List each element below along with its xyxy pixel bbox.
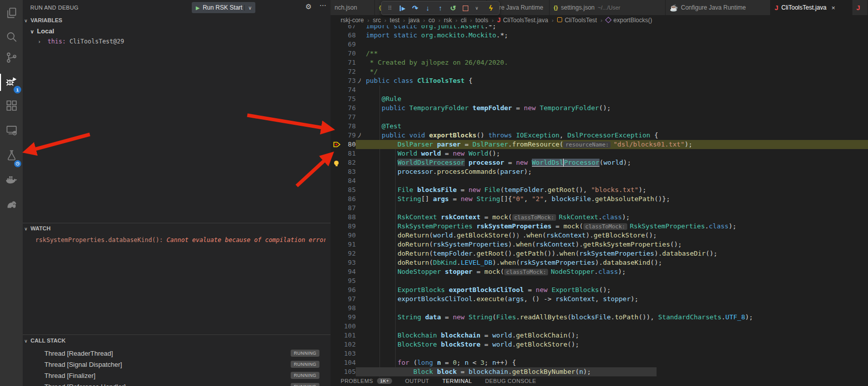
line-number[interactable]: 80 xyxy=(343,140,356,149)
line-number[interactable]: 78 xyxy=(343,122,356,131)
line-number[interactable]: 101 xyxy=(343,331,356,340)
line-number[interactable]: 105 xyxy=(343,367,356,376)
line-number[interactable]: 79 xyxy=(343,131,356,140)
fold-marker-icon[interactable]: ) xyxy=(356,131,364,140)
tab-nch-json[interactable]: nch.json xyxy=(331,0,375,15)
code-text[interactable]: String data = new String(Files.readAllBy… xyxy=(364,313,868,322)
watch-expression[interactable]: rskSystemProperties.databaseKind(): Cann… xyxy=(35,236,326,244)
code-text[interactable]: @Test xyxy=(364,122,868,131)
code-text[interactable] xyxy=(364,176,868,185)
line-number[interactable]: 97 xyxy=(343,295,356,304)
code-text[interactable]: public TemporaryFolder tempFolder = new … xyxy=(364,104,868,113)
breakpoint-margin[interactable] xyxy=(331,104,343,113)
line-number[interactable]: 70 xyxy=(343,49,356,58)
line-number[interactable]: 96 xyxy=(343,285,356,295)
call-stack-thread[interactable]: Thread [Signal Dispatcher]RUNNING xyxy=(23,359,331,370)
code-text[interactable]: NodeStopper stopper = mock(classToMock:N… xyxy=(364,267,868,276)
section-divider[interactable] xyxy=(23,223,331,223)
chevron-down-icon[interactable]: ∨ xyxy=(244,5,255,11)
breakpoint-margin[interactable] xyxy=(331,176,343,185)
step-out-button[interactable]: ↑ xyxy=(434,2,447,14)
line-number[interactable]: 104 xyxy=(343,358,356,367)
breakpoint-margin[interactable] xyxy=(331,49,343,58)
call-stack-thread[interactable]: Thread [Finalizer]RUNNING xyxy=(23,370,331,381)
line-number[interactable]: 91 xyxy=(343,240,356,249)
activity-item-search[interactable] xyxy=(0,27,23,49)
breakpoint-margin[interactable] xyxy=(331,304,343,313)
line-number[interactable]: 77 xyxy=(343,113,356,122)
activity-item-source-control[interactable] xyxy=(0,48,23,69)
code-text[interactable]: RskContext rskContext = mock(classToMock… xyxy=(364,213,868,222)
breakpoint-margin[interactable] xyxy=(331,222,343,231)
breadcrumb-item-rsk[interactable]: rsk xyxy=(444,17,452,24)
breadcrumb-item-tools[interactable]: tools xyxy=(475,17,488,24)
line-number[interactable]: 90 xyxy=(343,231,356,240)
tab-clitoolstest-java[interactable]: JCliToolsTest.java× xyxy=(771,0,852,15)
tab-configure-java-runtime[interactable]: ☕Configure Java Runtime xyxy=(666,0,771,15)
breakpoint-margin[interactable] xyxy=(331,204,343,213)
breakpoint-margin[interactable] xyxy=(331,149,343,158)
line-number[interactable]: 94 xyxy=(343,267,356,276)
line-number[interactable]: 81 xyxy=(343,149,356,158)
breakpoint-margin[interactable] xyxy=(331,67,343,76)
code-text[interactable] xyxy=(364,322,868,331)
breadcrumb-item-src[interactable]: src xyxy=(373,17,381,24)
activity-item-extensions[interactable] xyxy=(0,96,23,117)
gear-icon[interactable]: ⚙ xyxy=(305,3,312,11)
breakpoint-margin[interactable] xyxy=(331,85,343,94)
more-actions-icon[interactable]: ⋯ xyxy=(319,1,327,9)
breadcrumb-file[interactable]: JCliToolsTest.java xyxy=(497,17,548,24)
code-text[interactable]: public class CliToolsTest { xyxy=(364,76,868,85)
drag-handle-icon[interactable]: ⠿ xyxy=(384,2,396,14)
code-text[interactable]: */ xyxy=(364,67,868,76)
line-number[interactable]: 92 xyxy=(343,249,356,258)
breakpoint-margin[interactable] xyxy=(331,367,343,376)
stop-chevron-icon[interactable]: ∨ xyxy=(472,2,484,14)
code-text[interactable]: public void exportBlocks() throws IOExce… xyxy=(364,131,868,140)
variable-this[interactable]: › this: CliToolsTest@29 xyxy=(38,38,124,45)
variables-scope-local[interactable]: ∨Local xyxy=(30,27,54,35)
code-text[interactable]: String[] args = new String[]{"0", "2", b… xyxy=(364,195,868,204)
breakpoint-margin[interactable] xyxy=(331,122,343,131)
activity-item-testing[interactable] xyxy=(0,146,23,167)
code-text[interactable]: doReturn(world.getBlockStore()）.when(rsk… xyxy=(364,231,868,240)
code-text[interactable]: @Rule xyxy=(364,94,868,104)
breadcrumb-item-java[interactable]: java xyxy=(408,17,419,24)
current-execution-breakpoint-icon[interactable] xyxy=(331,140,343,149)
breadcrumb-item-co[interactable]: co xyxy=(428,17,435,24)
line-number[interactable]: 71 xyxy=(343,58,356,67)
variables-section-header[interactable]: ∨VARIABLES xyxy=(24,17,62,23)
lightbulb-icon[interactable] xyxy=(331,158,343,167)
step-into-button[interactable]: ↓ xyxy=(421,2,434,14)
step-over-button[interactable]: ↷ xyxy=(409,2,421,14)
call-stack-thread[interactable]: Thread [ReaderThread]RUNNING xyxy=(23,348,331,359)
line-number[interactable]: 100 xyxy=(343,322,356,331)
fold-marker-icon[interactable]: ) xyxy=(356,76,364,85)
section-divider[interactable] xyxy=(23,334,331,335)
breakpoint-margin[interactable] xyxy=(331,40,343,49)
restart-button[interactable]: ↺ xyxy=(447,2,459,14)
line-number[interactable]: 98 xyxy=(343,304,356,313)
panel-tab-terminal[interactable]: TERMINAL xyxy=(442,378,472,384)
breakpoint-margin[interactable] xyxy=(331,131,343,140)
call-stack-section-header[interactable]: ∨CALL STACK xyxy=(24,337,66,344)
line-number[interactable]: 102 xyxy=(343,340,356,349)
activity-item-gradle[interactable] xyxy=(0,195,23,216)
activity-item-explorer[interactable] xyxy=(0,4,23,25)
line-number[interactable]: 103 xyxy=(343,349,356,358)
breakpoint-margin[interactable] xyxy=(331,58,343,67)
breadcrumb-item-cli[interactable]: cli xyxy=(461,17,466,24)
breakpoint-margin[interactable] xyxy=(331,195,343,204)
code-text[interactable]: import static org.mockito.Mockito.*; xyxy=(364,31,868,40)
activity-item-run-and-debug[interactable]: 1 xyxy=(0,72,23,93)
breakpoint-margin[interactable] xyxy=(331,240,343,249)
panel-tab-output[interactable]: OUTPUT xyxy=(405,378,429,384)
stop-button[interactable] xyxy=(459,2,472,14)
code-editor[interactable]: 67import static org.junit.Assert.*;68imp… xyxy=(331,22,868,376)
line-number[interactable]: 72 xyxy=(343,67,356,76)
breakpoint-margin[interactable] xyxy=(331,331,343,340)
code-text[interactable]: DslParser parser = DslParser.fromResourc… xyxy=(364,140,868,149)
line-number[interactable]: 93 xyxy=(343,258,356,267)
code-text[interactable] xyxy=(364,204,868,213)
line-number[interactable]: 76 xyxy=(343,104,356,113)
